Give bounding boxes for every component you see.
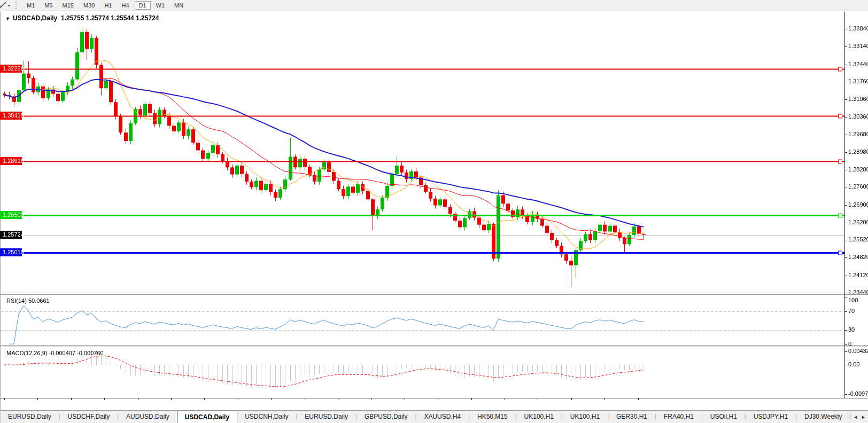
timeframe-button-m15[interactable]: M15 xyxy=(58,1,78,10)
price-axis-label: 1.30360 xyxy=(848,113,868,120)
tab-uk100-h1[interactable]: UK100,H1 xyxy=(517,411,561,423)
tab-usdcnh-daily[interactable]: USDCNH,Daily xyxy=(237,411,296,423)
price-axis-label: 1.27600 xyxy=(848,183,868,190)
tab-scroll-arrows: ◄ ► xyxy=(851,411,867,423)
macd-axis-label: 0.00 xyxy=(848,361,859,367)
mt4-window: ▾ M1M5M15M30H1H4D1W1MN ▼USDCAD,Daily 1.2… xyxy=(0,0,868,423)
tab-eurusd-daily[interactable]: EURUSD,Daily xyxy=(1,411,59,423)
macd-splitter[interactable] xyxy=(0,344,868,347)
price-axis-label: 1.26200 xyxy=(848,219,868,225)
main-chart-area[interactable] xyxy=(1,12,844,292)
tab-usdcad-daily[interactable]: USDCAD,Daily xyxy=(177,411,237,423)
tab-fra40-h1[interactable]: FRA40,H1 xyxy=(656,411,701,423)
price-badge-current-price: 1.25724 xyxy=(0,231,22,239)
price-badge-resistance-3: 1.28616 xyxy=(0,157,22,165)
timeframe-button-m5[interactable]: M5 xyxy=(40,1,57,10)
tab-usdchf-daily[interactable]: USDCHF,Daily xyxy=(60,411,118,423)
rsi-axis-label: 30 xyxy=(848,326,855,333)
tab-ger30-h1[interactable]: GER30,H1 xyxy=(609,411,655,423)
price-axis-label: 1.26900 xyxy=(848,201,868,208)
tab-eurusd-daily[interactable]: EURUSD,Daily xyxy=(297,411,355,423)
rsi-panel[interactable] xyxy=(1,295,844,344)
price-axis-label: 1.32440 xyxy=(848,61,868,67)
rsi-label: RSI(14) 50.0661 xyxy=(6,297,50,304)
price-axis-label: 1.31060 xyxy=(848,96,868,102)
timeframe-buttons: M1M5M15M30H1H4D1W1MN xyxy=(22,1,188,10)
timeframe-button-h1[interactable]: H1 xyxy=(100,1,116,10)
chart-tabs: EURUSD,Daily|USDCHF,Daily|AUDUSD,DailyUS… xyxy=(1,411,868,423)
price-badge-resistance-1: 1.32258 xyxy=(0,65,22,73)
timeframe-button-m30[interactable]: M30 xyxy=(79,1,99,10)
toolbar-grip xyxy=(15,2,18,9)
tab-xauusd-h4[interactable]: XAUUSD,H4 xyxy=(416,411,468,423)
macd-axis-label: 0.004328 xyxy=(848,348,868,354)
chart-title-overlay: ▼USDCAD,Daily 1.25755 1.25774 1.25544 1.… xyxy=(5,14,159,22)
price-axis-label: 1.28280 xyxy=(848,166,868,173)
timeframe-button-d1[interactable]: D1 xyxy=(135,1,151,10)
price-badge-support-blue: 1.25019 xyxy=(0,248,22,256)
tab-scroll-right-icon[interactable]: ► xyxy=(861,414,866,420)
timeframe-button-w1[interactable]: W1 xyxy=(152,1,169,10)
tab-hk50-m15[interactable]: HK50,M15 xyxy=(470,411,515,423)
timeframe-button-h4[interactable]: H4 xyxy=(117,1,133,10)
time-axis[interactable] xyxy=(0,398,868,410)
rsi-axis-label: 70 xyxy=(848,308,855,314)
macd-panel[interactable] xyxy=(1,347,844,397)
price-axis-label: 1.24120 xyxy=(848,272,868,278)
crosshair-tool-icon[interactable] xyxy=(0,1,7,10)
rsi-splitter[interactable] xyxy=(0,292,868,295)
price-badge-support-green: 1.26503 xyxy=(0,211,22,219)
tab-dj30-weekly[interactable]: DJ30,Weekly xyxy=(797,411,849,423)
tab-usoil-h1[interactable]: USOil,H1 xyxy=(703,411,745,423)
price-badge-resistance-2: 1.30415 xyxy=(0,112,22,120)
tab-uk100-h1[interactable]: UK100,H1 xyxy=(563,411,607,423)
price-axis-label: 1.24820 xyxy=(848,254,868,260)
rsi-axis-label: 0 xyxy=(848,341,851,347)
timeframe-toolbar: ▾ M1M5M15M30H1H4D1W1MN xyxy=(0,0,868,11)
tab-usdjpy-h1[interactable]: USDJPY,H1 xyxy=(746,411,795,423)
price-axis-label: 1.29680 xyxy=(848,131,868,137)
rsi-axis-label: 100 xyxy=(848,297,858,303)
macd-axis-label: -0.00977 xyxy=(848,390,868,397)
tool-dropdown-caret[interactable]: ▾ xyxy=(8,3,10,8)
tab-gbpusd-daily[interactable]: GBPUSD,Daily xyxy=(357,411,415,423)
ohlc-values: 1.25755 1.25774 1.25544 1.25724 xyxy=(61,14,159,22)
price-axis-label: 1.31760 xyxy=(848,78,868,84)
price-axis-label: 1.33140 xyxy=(848,43,868,49)
tab-audusd-daily[interactable]: AUDUSD,Daily xyxy=(119,411,177,423)
timeframe-button-m1[interactable]: M1 xyxy=(22,1,39,10)
price-axis-label: 1.23440 xyxy=(848,289,868,295)
price-axis-label: 1.33840 xyxy=(848,25,868,32)
timeframe-button-mn[interactable]: MN xyxy=(170,1,188,10)
price-axis-label: 1.28980 xyxy=(848,148,868,155)
price-axis-label: 1.25520 xyxy=(848,236,868,242)
symbol-period-label: USDCAD,Daily xyxy=(13,14,57,22)
chart-tab-bar: EURUSD,Daily|USDCHF,Daily|AUDUSD,DailyUS… xyxy=(0,410,868,423)
tab-scroll-left-icon[interactable]: ◄ xyxy=(853,414,858,420)
macd-label: MACD(12,26,9) -0.000407 -0.000760 xyxy=(6,350,104,356)
ohlc-expander-icon[interactable]: ▼ xyxy=(5,16,10,21)
